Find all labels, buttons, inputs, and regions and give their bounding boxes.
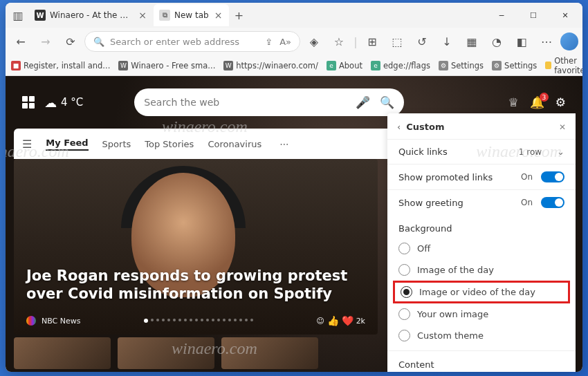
close-icon[interactable]: × bbox=[213, 10, 224, 21]
feed-tab-topstories[interactable]: Top Stories bbox=[145, 139, 194, 149]
content-area: ☁ 4 °C Search the web 🎤 🔍 ♕ 🔔3 ⚙ ☰ My Fe… bbox=[6, 76, 582, 372]
back-chevron-icon[interactable]: ‹ bbox=[397, 122, 401, 132]
back-button[interactable]: ← bbox=[10, 30, 32, 53]
maximize-button[interactable]: ☐ bbox=[517, 4, 549, 26]
nbc-logo-icon bbox=[26, 316, 36, 326]
article-source: NBC News bbox=[42, 317, 80, 326]
address-bar[interactable]: 🔍 Search or enter web address ⇪ A» bbox=[84, 31, 300, 52]
background-section-label: Background bbox=[387, 215, 576, 238]
close-icon[interactable]: × bbox=[137, 10, 148, 21]
window-controls: ─ ☐ ✕ bbox=[486, 4, 581, 26]
search-icon[interactable]: 🔍 bbox=[380, 95, 394, 109]
feed-tab-sports[interactable]: Sports bbox=[102, 139, 131, 149]
new-tab-button[interactable]: + bbox=[229, 6, 248, 25]
close-window-button[interactable]: ✕ bbox=[549, 4, 581, 26]
tab-newtab[interactable]: ⧉ New tab × bbox=[154, 4, 229, 26]
divider: | bbox=[353, 30, 358, 53]
profile-avatar[interactable] bbox=[560, 32, 578, 50]
love-icon: ❤️ bbox=[342, 315, 353, 326]
search-icon: 🔍 bbox=[93, 37, 104, 47]
carousel-dots[interactable] bbox=[86, 319, 311, 323]
radio-custom-theme[interactable]: Custom theme bbox=[387, 325, 576, 346]
bookmark-register[interactable]: ■Register, install and... bbox=[11, 61, 110, 70]
panel-title: Custom bbox=[406, 122, 444, 132]
cloud-icon: ☁ bbox=[44, 95, 57, 110]
like-icon: 👍 bbox=[327, 315, 339, 326]
radio-image-or-video[interactable]: Image or video of the day bbox=[393, 281, 570, 303]
tab-winaero[interactable]: W Winaero - At the edge of tweaki × bbox=[29, 4, 154, 26]
reactions[interactable]: ☺ 👍 ❤️ 2k bbox=[316, 315, 365, 326]
app-launcher-icon[interactable] bbox=[22, 96, 35, 109]
favicon-winaero: W bbox=[35, 10, 46, 21]
thumbnail-card[interactable] bbox=[14, 337, 111, 369]
bookmark-settings1[interactable]: ⚙Settings bbox=[439, 61, 484, 70]
article-footer: NBC News ☺ 👍 ❤️ 2k bbox=[26, 315, 365, 326]
bookmark-about[interactable]: eAbout bbox=[327, 61, 362, 70]
browser-window: ▥ W Winaero - At the edge of tweaki × ⧉ … bbox=[6, 3, 582, 372]
chevron-down-icon: ⌄ bbox=[557, 147, 564, 157]
feed-article-card[interactable]: Joe Rogan responds to growing protest ov… bbox=[14, 159, 378, 335]
radio-image-of-day[interactable]: Image of the day bbox=[387, 259, 576, 281]
bookmarks-bar: ■Register, install and... WWinaero - Fre… bbox=[6, 55, 582, 76]
toolbar: ← → ⟳ 🔍 Search or enter web address ⇪ A»… bbox=[6, 28, 582, 55]
feed-tab-coronavirus[interactable]: Coronavirus bbox=[208, 139, 261, 149]
feed-more-icon[interactable]: ⋯ bbox=[279, 139, 288, 149]
shield-icon[interactable]: ◈ bbox=[303, 30, 325, 53]
rewards-icon[interactable]: ♕ bbox=[508, 95, 519, 109]
mic-icon[interactable]: 🎤 bbox=[356, 95, 370, 109]
bookmark-settings2[interactable]: ⚙Settings bbox=[492, 61, 537, 70]
smile-icon: ☺ bbox=[316, 317, 324, 326]
radio-own-image[interactable]: Your own image bbox=[387, 303, 576, 325]
tab-label: New tab bbox=[174, 10, 209, 20]
forward-button[interactable]: → bbox=[35, 30, 57, 53]
row-greeting: Show greeting On bbox=[387, 189, 576, 215]
radio-off[interactable]: Off bbox=[387, 238, 576, 259]
hero-top-bar: ☁ 4 °C Search the web 🎤 🔍 ♕ 🔔3 ⚙ bbox=[22, 88, 566, 116]
row-quicklinks[interactable]: Quick links 1 row ⌄ bbox=[387, 139, 576, 164]
reaction-count: 2k bbox=[356, 317, 365, 326]
refresh-button[interactable]: ⟳ bbox=[59, 30, 82, 53]
article-headline: Joe Rogan responds to growing protest ov… bbox=[26, 267, 365, 303]
history-icon[interactable]: ↺ bbox=[411, 30, 433, 53]
bookmark-winaero[interactable]: WWinaero - Free sma... bbox=[118, 61, 215, 70]
tab-label: Winaero - At the edge of tweaki bbox=[50, 10, 133, 20]
toggle-promoted-links[interactable] bbox=[541, 171, 564, 182]
minimize-button[interactable]: ─ bbox=[486, 4, 517, 26]
web-search-input[interactable]: Search the web 🎤 🔍 bbox=[134, 88, 404, 116]
temperature: 4 °C bbox=[61, 96, 83, 109]
performance-icon[interactable]: ◔ bbox=[486, 30, 508, 53]
notifications-icon[interactable]: 🔔3 bbox=[530, 95, 544, 109]
read-aloud-icon[interactable]: A» bbox=[279, 37, 291, 47]
search-placeholder: Search the web bbox=[144, 97, 219, 108]
address-placeholder: Search or enter web address bbox=[110, 37, 239, 47]
feed-thumbnails bbox=[14, 337, 318, 369]
extension2-icon[interactable]: ◧ bbox=[511, 30, 533, 53]
favorites-icon[interactable]: ☆ bbox=[328, 30, 350, 53]
other-favorites[interactable]: Other favorites bbox=[545, 56, 582, 75]
thumbnail-card[interactable] bbox=[221, 337, 318, 369]
apps-icon[interactable]: ▦ bbox=[461, 30, 483, 53]
favicon-newtab: ⧉ bbox=[159, 10, 170, 21]
collections-icon[interactable]: ⊞ bbox=[361, 30, 383, 53]
row-promoted-links: Show promoted links On bbox=[387, 164, 576, 189]
share-icon[interactable]: ⇪ bbox=[265, 37, 273, 47]
bookmark-winaero2[interactable]: Whttps://winaero.com/ bbox=[223, 61, 318, 70]
notification-badge: 3 bbox=[540, 93, 549, 102]
close-panel-icon[interactable]: ✕ bbox=[559, 122, 566, 132]
weather-widget[interactable]: ☁ 4 °C bbox=[44, 95, 83, 110]
toggle-greeting[interactable] bbox=[541, 197, 564, 208]
settings-gear-icon[interactable]: ⚙ bbox=[555, 95, 566, 109]
panel-header: ‹ Custom ✕ bbox=[387, 122, 576, 139]
bookmark-flags[interactable]: eedge://flags bbox=[371, 61, 430, 70]
menu-icon[interactable]: ⋯ bbox=[535, 30, 558, 53]
titlebar: ▥ W Winaero - At the edge of tweaki × ⧉ … bbox=[6, 3, 582, 28]
feed-menu-icon[interactable]: ☰ bbox=[22, 138, 32, 151]
content-section-label: Content bbox=[387, 350, 576, 372]
folder-icon bbox=[545, 62, 551, 69]
tab-actions-button[interactable]: ▥ bbox=[7, 9, 29, 22]
thumbnail-card[interactable] bbox=[118, 337, 214, 369]
downloads-icon[interactable]: ↓ bbox=[436, 30, 458, 53]
feed-tab-myfeed[interactable]: My Feed bbox=[46, 138, 88, 151]
custom-settings-panel: ‹ Custom ✕ Quick links 1 row ⌄ Show prom… bbox=[387, 113, 576, 372]
extensions-icon[interactable]: ⬚ bbox=[386, 30, 408, 53]
